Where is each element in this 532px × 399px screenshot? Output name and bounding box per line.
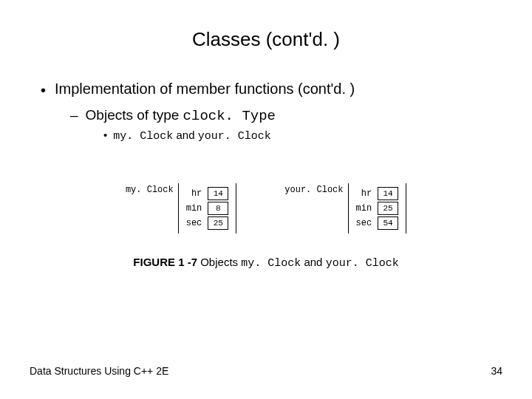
field-row: sec 54 bbox=[356, 216, 399, 230]
slide-title: Classes (cont'd. ) bbox=[30, 28, 502, 51]
bullet-l2-prefix: Objects of type bbox=[86, 107, 183, 123]
bullet-level-1: • Implementation of member functions (co… bbox=[41, 81, 502, 100]
object-left-body: hr 14 min 8 sec 25 bbox=[178, 183, 237, 233]
field-name: hr bbox=[191, 188, 202, 199]
bullet-l2-text: Objects of type clock. Type bbox=[86, 107, 276, 124]
field-value: 25 bbox=[378, 202, 398, 215]
caption-code1: my. Clock bbox=[241, 257, 301, 270]
field-value: 25 bbox=[208, 216, 228, 230]
bullet-l3-mid: and bbox=[173, 129, 197, 141]
field-row: min 8 bbox=[186, 202, 229, 215]
bullet-level-3: • my. Clock and your. Clock bbox=[103, 129, 502, 143]
field-name: sec bbox=[186, 218, 202, 228]
object-left-label: my. Clock bbox=[126, 183, 174, 195]
field-name: min bbox=[356, 203, 372, 214]
field-row: sec 25 bbox=[186, 216, 229, 230]
bullet-dash: – bbox=[70, 107, 78, 123]
field-row: hr 14 bbox=[356, 187, 399, 200]
bullet-l3-code1: my. Clock bbox=[113, 130, 173, 143]
field-row: min 25 bbox=[356, 202, 399, 215]
bullet-dot-small: • bbox=[103, 129, 107, 141]
bullet-l3-text: my. Clock and your. Clock bbox=[113, 129, 270, 143]
object-right-body: hr 14 min 25 sec 54 bbox=[348, 183, 407, 233]
field-value: 54 bbox=[378, 216, 398, 230]
object-right: your. Clock hr 14 min 25 sec 54 bbox=[284, 183, 406, 233]
field-value: 14 bbox=[208, 187, 228, 200]
object-left: my. Clock hr 14 min 8 sec 25 bbox=[126, 183, 236, 233]
bullet-l1-text: Implementation of member functions (cont… bbox=[55, 81, 355, 98]
caption-label: FIGURE 1 -7 bbox=[133, 256, 200, 268]
page-number: 34 bbox=[491, 365, 502, 377]
slide-footer: Data Structures Using C++ 2E 34 bbox=[30, 365, 502, 377]
figure-diagram: my. Clock hr 14 min 8 sec 25 your. Clock… bbox=[30, 183, 502, 233]
bullet-level-2: – Objects of type clock. Type bbox=[70, 107, 502, 124]
field-name: min bbox=[186, 203, 202, 214]
footer-left: Data Structures Using C++ 2E bbox=[30, 365, 168, 377]
bullet-dot: • bbox=[41, 81, 46, 100]
field-name: sec bbox=[356, 218, 372, 228]
field-value: 14 bbox=[378, 187, 398, 200]
caption-t1: Objects bbox=[200, 256, 241, 268]
figure-caption: FIGURE 1 -7 Objects my. Clock and your. … bbox=[30, 256, 502, 270]
caption-code2: your. Clock bbox=[326, 257, 399, 270]
object-right-label: your. Clock bbox=[284, 183, 343, 195]
bullet-l2-code: clock. Type bbox=[183, 108, 276, 124]
caption-t2: and bbox=[301, 256, 325, 268]
field-value: 8 bbox=[208, 202, 228, 215]
field-name: hr bbox=[361, 188, 372, 199]
bullet-l3-code2: your. Clock bbox=[198, 130, 271, 143]
field-row: hr 14 bbox=[186, 187, 229, 200]
